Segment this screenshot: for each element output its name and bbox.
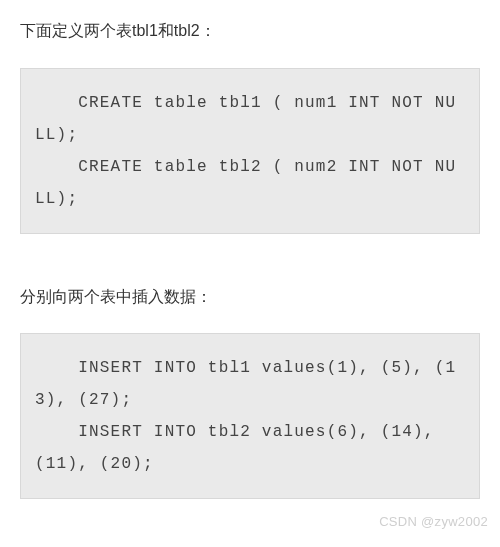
code-block-insert-data: INSERT INTO tbl1 values(1), (5), (13), (… [20,333,480,499]
intro-text-2: 分别向两个表中插入数据： [20,284,480,310]
code-block-create-tables: CREATE table tbl1 ( num1 INT NOT NULL); … [20,68,480,234]
intro-text-1: 下面定义两个表tbl1和tbl2： [20,18,480,44]
watermark: CSDN @zyw2002 [379,514,488,529]
